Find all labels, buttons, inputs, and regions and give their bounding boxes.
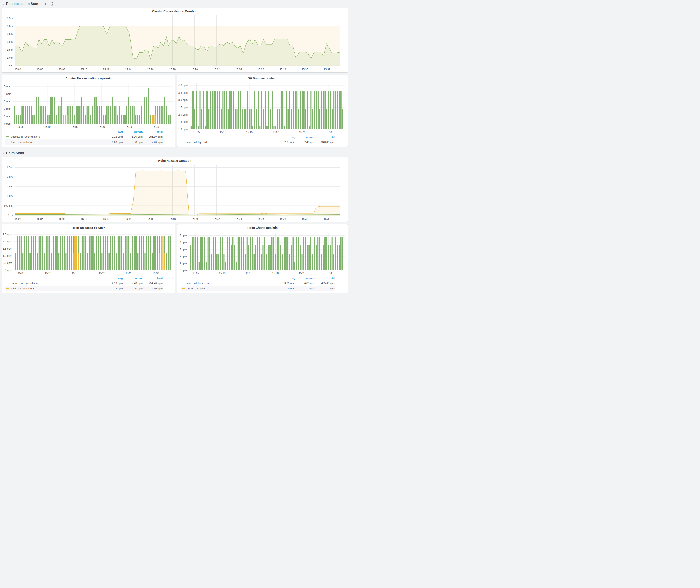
panel-helm-release-duration: Helm Release Duration 0 ns500 ms1.0 s1.5…: [2, 157, 348, 222]
panel-title[interactable]: Cluster Reconciliation Duration: [2, 8, 348, 14]
panel-title[interactable]: Helm Releases ops/min: [2, 224, 175, 231]
svg-text:15:16: 15:16: [147, 68, 153, 71]
legend: avg current total successful git pulls 2…: [177, 135, 348, 147]
legend-total-value: 465.60 opm: [315, 282, 335, 285]
svg-text:15:05: 15:05: [193, 131, 200, 134]
legend-sort-total[interactable]: total: [315, 277, 335, 280]
svg-text:15:10: 15:10: [219, 272, 226, 275]
svg-text:15:25: 15:25: [126, 272, 132, 275]
svg-text:500 ms: 500 ms: [4, 204, 13, 207]
helm-charts-opm-chart[interactable]: 0 opm1 opm2 opm3 opm4 opm5 opm15:0515:10…: [177, 231, 348, 276]
svg-text:10.0 s: 10.0 s: [5, 25, 13, 28]
svg-text:15:25: 15:25: [299, 131, 305, 134]
legend: avg current total successful chart pulls…: [177, 276, 348, 293]
svg-text:15:32: 15:32: [324, 217, 330, 220]
legend-row-failed-reconciliations: failed reconciliations 0.13 opm 0 opm 15…: [5, 286, 163, 291]
svg-text:15:16: 15:16: [147, 217, 153, 220]
svg-text:0 opm: 0 opm: [5, 269, 12, 272]
legend-current-value: 4.80 opm: [295, 282, 315, 285]
svg-text:15:28: 15:28: [280, 68, 286, 71]
svg-text:2.0 opm: 2.0 opm: [3, 240, 12, 243]
legend-label[interactable]: failed reconciliations: [6, 287, 103, 290]
legend-sort-total[interactable]: total: [143, 277, 163, 280]
svg-text:10.5 s: 10.5 s: [5, 17, 13, 20]
git-sources-opm-chart[interactable]: 1.0 opm1.5 opm2.0 opm2.5 opm3.0 opm3.5 o…: [177, 81, 348, 135]
legend-avg-value: 0 opm: [275, 287, 295, 290]
legend-label[interactable]: successful chart pulls: [182, 282, 275, 285]
svg-text:15:25: 15:25: [125, 125, 132, 128]
panel-title[interactable]: Git Sources ops/min: [177, 75, 348, 81]
legend-sort-total[interactable]: total: [143, 130, 163, 133]
svg-text:15:20: 15:20: [272, 272, 279, 275]
legend-sort-avg[interactable]: avg: [275, 136, 295, 139]
svg-text:15:30: 15:30: [302, 217, 308, 220]
legend-current-value: 0 opm: [123, 141, 143, 144]
svg-text:1.0 opm: 1.0 opm: [178, 128, 188, 131]
svg-text:3.5 opm: 3.5 opm: [178, 91, 188, 94]
svg-text:1.5 opm: 1.5 opm: [3, 247, 12, 250]
section-title: Helm Stats: [6, 151, 24, 155]
legend-current-value: 2.40 opm: [123, 282, 143, 285]
svg-text:15:20: 15:20: [273, 131, 279, 134]
helm-releases-opm-chart[interactable]: 0 opm0.5 opm1.0 opm1.5 opm2.0 opm2.5 opm…: [2, 231, 175, 276]
legend-sort-current[interactable]: current: [123, 130, 143, 133]
legend-sort-avg[interactable]: avg: [275, 277, 295, 280]
svg-text:15:10: 15:10: [44, 125, 51, 128]
cluster-reconciliation-duration-chart[interactable]: 7.5 s8.0 s8.5 s9.0 s9.5 s10.0 s10.5 s15:…: [2, 14, 348, 72]
series-swatch-orange: [182, 288, 185, 289]
svg-text:15:30: 15:30: [153, 272, 159, 275]
legend-total-value: 346.80 opm: [315, 141, 335, 144]
svg-text:3.0 opm: 3.0 opm: [178, 99, 188, 102]
legend-sort-current[interactable]: current: [295, 277, 315, 280]
legend-sort-total[interactable]: total: [315, 136, 335, 139]
legend-row-failed-reconciliations: failed reconciliations 0.06 opm 0 opm 7.…: [5, 139, 163, 145]
cluster-reconciliations-opm-chart[interactable]: 0 opm1 opm2 opm3 opm4 opm5 opm15:0515:10…: [2, 81, 175, 130]
series-swatch-green: [6, 136, 9, 137]
section-header-reconciliation-stats[interactable]: Reconciliation Stats: [2, 2, 54, 6]
gear-icon[interactable]: [40, 2, 47, 6]
legend-sort-current[interactable]: current: [123, 277, 143, 280]
legend-row-successful-chart-pulls: successful chart pulls 3.85 opm 4.80 opm…: [181, 280, 335, 286]
panel-title[interactable]: Helm Charts ops/min: [177, 224, 348, 231]
legend-avg-value: 0.13 opm: [103, 287, 123, 290]
legend-label[interactable]: successful reconciliations: [6, 135, 103, 138]
legend-avg-value: 2.12 opm: [103, 135, 123, 138]
svg-text:15:10: 15:10: [81, 217, 87, 220]
legend-label[interactable]: successful git pulls: [182, 141, 275, 144]
section-header-helm-stats[interactable]: Helm Stats: [2, 151, 24, 155]
panel-helm-releases-opm: Helm Releases ops/min 0 opm0.5 opm1.0 op…: [2, 224, 175, 293]
svg-text:15:04: 15:04: [15, 217, 21, 220]
svg-text:15:14: 15:14: [125, 68, 131, 71]
helm-release-duration-chart[interactable]: 0 ns500 ms1.0 s1.5 s2.0 s2.5 s15:0415:06…: [2, 163, 348, 222]
svg-text:15:06: 15:06: [37, 68, 43, 71]
legend-sort-avg[interactable]: avg: [103, 130, 123, 133]
legend-avg-value: 2.87 opm: [275, 141, 295, 144]
series-swatch-green: [6, 283, 9, 283]
svg-text:15:32: 15:32: [324, 68, 330, 71]
svg-text:4.0 opm: 4.0 opm: [178, 84, 188, 87]
legend-label[interactable]: failed chart pulls: [182, 287, 275, 290]
legend-total-value: 256.80 opm: [143, 135, 163, 138]
legend-sort-avg[interactable]: avg: [103, 277, 123, 280]
svg-text:15:20: 15:20: [191, 68, 198, 71]
trash-icon[interactable]: [48, 2, 54, 6]
svg-text:0 opm: 0 opm: [180, 269, 187, 272]
series-swatch-orange: [6, 288, 9, 289]
panel-title[interactable]: Cluster Reconciliations ops/min: [2, 75, 175, 81]
legend-label[interactable]: failed reconciliations: [6, 141, 103, 144]
series-swatch-green: [182, 283, 185, 283]
svg-text:1.5 opm: 1.5 opm: [178, 120, 188, 123]
legend-label[interactable]: successful reconciliations: [6, 282, 103, 285]
svg-text:15:18: 15:18: [169, 217, 176, 220]
svg-text:15:05: 15:05: [17, 125, 23, 128]
svg-text:5 opm: 5 opm: [4, 85, 11, 88]
svg-text:15:12: 15:12: [103, 217, 109, 220]
panel-title[interactable]: Helm Release Duration: [2, 157, 348, 163]
legend-total-value: 0 opm: [315, 287, 335, 290]
svg-text:8.5 s: 8.5 s: [7, 48, 13, 51]
svg-text:1.0 s: 1.0 s: [7, 195, 13, 198]
legend-row-failed-chart-pulls: failed chart pulls 0 opm 0 opm 0 opm: [181, 286, 335, 291]
panel-helm-charts-opm: Helm Charts ops/min 0 opm1 opm2 opm3 opm…: [177, 224, 348, 293]
legend-sort-current[interactable]: current: [295, 136, 315, 139]
legend-avg-value: 0.06 opm: [103, 141, 123, 144]
